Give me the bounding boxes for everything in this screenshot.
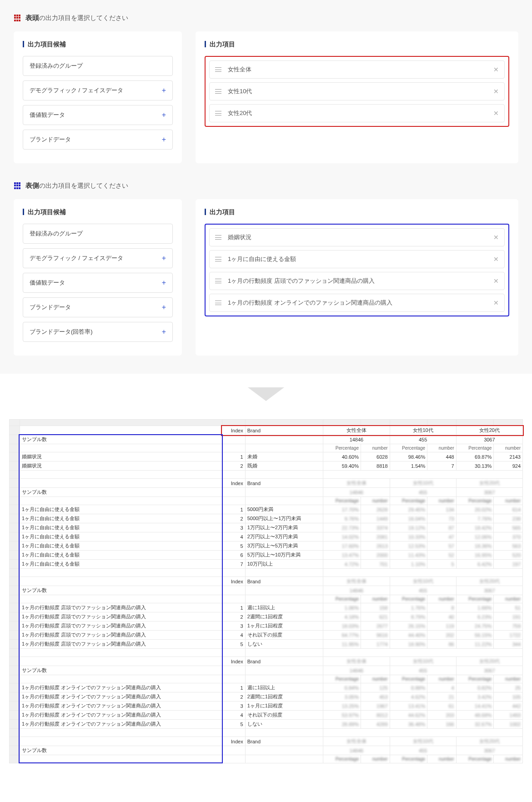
plus-icon[interactable]: +: [162, 111, 166, 119]
close-icon[interactable]: ✕: [493, 299, 499, 306]
num-value: 1774: [361, 640, 390, 649]
candidate-label: 価値観データ: [30, 111, 65, 119]
num-value: 448: [427, 452, 457, 461]
pct-value: 56.15%: [456, 631, 494, 640]
num-value: 47: [427, 532, 457, 541]
drag-handle-icon[interactable]: [215, 67, 221, 72]
num-value: 4289: [361, 720, 390, 729]
drag-handle-icon[interactable]: [215, 257, 221, 261]
candidate-label: 価値観データ: [30, 279, 65, 287]
section2-selected-box: 婚姻状況✕1ヶ月に自由に使える金額✕1ヶ月の行動頻度 店頭でのファッション関連商…: [205, 224, 509, 316]
num-value: 125: [361, 683, 390, 692]
col-group-2: 女性20代: [456, 426, 522, 435]
drag-handle-icon[interactable]: [215, 89, 221, 94]
plus-icon[interactable]: +: [162, 135, 166, 144]
pct-value: 19.12%: [390, 523, 427, 532]
plus-icon[interactable]: +: [162, 254, 166, 262]
candidate-item[interactable]: ブランドデータ+: [23, 297, 173, 317]
pct-value: 4.18%: [323, 612, 361, 622]
row-label: 1ヶ月の行動頻度 オンラインでのファッション関連商品の購入: [20, 692, 222, 702]
section2-selected-panel: 出力項目 婚姻状況✕1ヶ月に自由に使える金額✕1ヶ月の行動頻度 店頭でのファッシ…: [196, 199, 518, 356]
sample-label: サンプル数: [20, 488, 222, 497]
plus-icon[interactable]: +: [162, 279, 166, 287]
candidate-item[interactable]: 価値観データ+: [23, 273, 173, 293]
num-value: 759: [494, 622, 523, 631]
drag-handle-icon[interactable]: [215, 301, 221, 305]
section1-title-rest: の出力項目を選択してください: [39, 14, 128, 21]
num-value: 197: [494, 560, 523, 569]
row-label: 1ヶ月の行動頻度 店頭でのファッション関連商品の購入: [20, 622, 222, 631]
selected-item[interactable]: 1ヶ月の行動頻度 オンラインでのファッション関連商品の購入✕: [209, 294, 505, 312]
selected-label: 女性20代: [228, 109, 252, 117]
selected-item[interactable]: 女性20代✕: [209, 104, 505, 122]
num-value: 57: [427, 541, 457, 551]
selected-item[interactable]: 婚姻状況✕: [209, 228, 505, 246]
candidate-label: ブランドデータ: [30, 135, 71, 144]
row-label: 1ヶ月の行動頻度 オンラインでのファッション関連商品の購入: [20, 711, 222, 720]
candidate-item[interactable]: 登録済みのグループ: [23, 56, 173, 76]
option-label: それ以下の頻度: [245, 711, 323, 720]
candidate-item[interactable]: デモグラフィック / フェイスデータ+: [23, 80, 173, 100]
candidate-item[interactable]: ブランドデータ+: [23, 130, 173, 150]
num-value: 370: [494, 532, 523, 541]
pct-value: 24.75%: [456, 622, 494, 631]
drag-handle-icon[interactable]: [215, 111, 221, 115]
close-icon[interactable]: ✕: [493, 66, 499, 73]
pct-value: 0.84%: [323, 683, 361, 692]
option-label: 1ヶ月に1回程度: [245, 622, 323, 631]
close-icon[interactable]: ✕: [493, 110, 499, 117]
pct-value: 3.42%: [456, 692, 494, 702]
pct-value: 10.33%: [390, 532, 427, 541]
num-value: 520: [494, 551, 523, 560]
num-value: 565: [494, 523, 523, 532]
pct-value: 0.82%: [456, 683, 494, 692]
selected-title: 出力項目: [205, 208, 509, 216]
candidate-item[interactable]: ブランドデータ(回答率)+: [23, 322, 173, 342]
close-icon[interactable]: ✕: [493, 88, 499, 95]
row-label: 1ヶ月の行動頻度 店頭でのファッション関連商品の購入: [20, 631, 222, 640]
section2-title-bold: 表側: [25, 181, 39, 189]
selected-label: 1ヶ月の行動頻度 オンラインでのファッション関連商品の購入: [228, 299, 392, 307]
candidate-item[interactable]: 登録済みのグループ: [23, 224, 173, 244]
plus-icon[interactable]: +: [162, 303, 166, 311]
pct-value: 98.46%: [390, 452, 427, 461]
pct-value: 1.76%: [390, 603, 427, 612]
row-label: 婚姻状況: [20, 461, 222, 471]
selected-label: 女性10代: [228, 87, 252, 95]
drag-handle-icon[interactable]: [215, 279, 221, 283]
num-value: 2613: [361, 541, 390, 551]
num-value: 924: [494, 461, 523, 471]
candidate-label: ブランドデータ: [30, 303, 71, 311]
result-table: IndexBrand女性全体女性10代女性20代サンプル数14846455306…: [9, 419, 523, 763]
section2-candidates-panel: 出力項目候補 登録済みのグループデモグラフィック / フェイスデータ+価値観デー…: [14, 199, 182, 356]
sample-1: 455: [390, 435, 456, 444]
grid-icon: [14, 15, 21, 22]
row-label: 1ヶ月の行動頻度 オンラインでのファッション関連商品の購入: [20, 683, 222, 692]
row-label: 1ヶ月に自由に使える金額: [20, 514, 222, 523]
option-label: 5万円以上〜10万円未満: [245, 551, 323, 560]
pct-value: 4.62%: [390, 692, 427, 702]
option-label: しない: [245, 640, 323, 649]
pct-value: 22.73%: [323, 523, 361, 532]
selected-item[interactable]: 女性全体✕: [209, 60, 505, 79]
num-value: 61: [427, 702, 457, 711]
num-value: 166: [427, 720, 457, 729]
option-label: 10万円以上: [245, 560, 323, 569]
plus-icon[interactable]: +: [162, 328, 166, 336]
close-icon[interactable]: ✕: [493, 256, 499, 263]
num-value: 2081: [361, 532, 390, 541]
selected-item[interactable]: 1ヶ月の行動頻度 店頭でのファッション関連商品の購入✕: [209, 272, 505, 290]
pct-value: 59.40%: [323, 461, 361, 471]
sample-label: サンプル数: [20, 746, 222, 755]
candidate-item[interactable]: デモグラフィック / フェイスデータ+: [23, 248, 173, 268]
close-icon[interactable]: ✕: [493, 277, 499, 285]
candidate-item[interactable]: 価値観データ+: [23, 105, 173, 125]
close-icon[interactable]: ✕: [493, 234, 499, 241]
plus-icon[interactable]: +: [162, 86, 166, 95]
pct-value: 69.87%: [456, 452, 494, 461]
selected-item[interactable]: 1ヶ月に自由に使える金額✕: [209, 250, 505, 268]
drag-handle-icon[interactable]: [215, 235, 221, 240]
pct-value: 14.02%: [323, 532, 361, 541]
option-label: 未婚: [245, 452, 323, 461]
selected-item[interactable]: 女性10代✕: [209, 82, 505, 100]
